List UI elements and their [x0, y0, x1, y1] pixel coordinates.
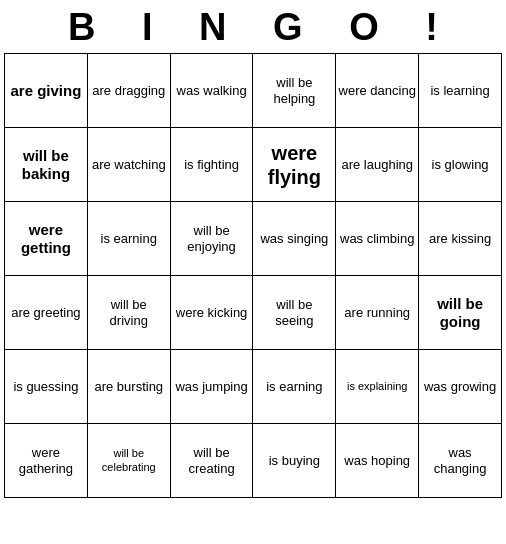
bingo-cell-5-5: was changing [419, 424, 502, 498]
bingo-cell-2-1: is earning [87, 202, 170, 276]
bingo-cell-2-4: was climbing [336, 202, 419, 276]
bingo-cell-3-1: will be driving [87, 276, 170, 350]
bingo-cell-1-3: were flying [253, 128, 336, 202]
bingo-cell-5-0: were gathering [5, 424, 88, 498]
bingo-cell-0-1: are dragging [87, 54, 170, 128]
bingo-cell-0-3: will be helping [253, 54, 336, 128]
bingo-cell-4-4: is explaining [336, 350, 419, 424]
bingo-cell-3-0: are greeting [5, 276, 88, 350]
bingo-cell-0-5: is learning [419, 54, 502, 128]
bingo-cell-0-0: are giving [5, 54, 88, 128]
bingo-cell-1-1: are watching [87, 128, 170, 202]
bingo-cell-2-3: was singing [253, 202, 336, 276]
bingo-cell-5-3: is buying [253, 424, 336, 498]
bingo-cell-1-5: is glowing [419, 128, 502, 202]
bingo-cell-1-2: is fighting [170, 128, 253, 202]
bingo-cell-5-1: will be celebrating [87, 424, 170, 498]
bingo-cell-5-4: was hoping [336, 424, 419, 498]
bingo-cell-1-4: are laughing [336, 128, 419, 202]
bingo-cell-0-4: were dancing [336, 54, 419, 128]
bingo-cell-3-5: will be going [419, 276, 502, 350]
bingo-title: B I N G O ! [0, 0, 506, 53]
bingo-cell-4-1: are bursting [87, 350, 170, 424]
bingo-cell-2-0: were getting [5, 202, 88, 276]
bingo-cell-5-2: will be creating [170, 424, 253, 498]
bingo-cell-0-2: was walking [170, 54, 253, 128]
bingo-cell-3-2: were kicking [170, 276, 253, 350]
bingo-cell-1-0: will be baking [5, 128, 88, 202]
bingo-cell-4-0: is guessing [5, 350, 88, 424]
bingo-cell-4-2: was jumping [170, 350, 253, 424]
bingo-cell-2-5: are kissing [419, 202, 502, 276]
bingo-cell-4-5: was growing [419, 350, 502, 424]
bingo-cell-3-4: are running [336, 276, 419, 350]
bingo-grid: are givingare draggingwas walkingwill be… [4, 53, 502, 498]
bingo-cell-3-3: will be seeing [253, 276, 336, 350]
bingo-cell-4-3: is earning [253, 350, 336, 424]
bingo-cell-2-2: will be enjoying [170, 202, 253, 276]
